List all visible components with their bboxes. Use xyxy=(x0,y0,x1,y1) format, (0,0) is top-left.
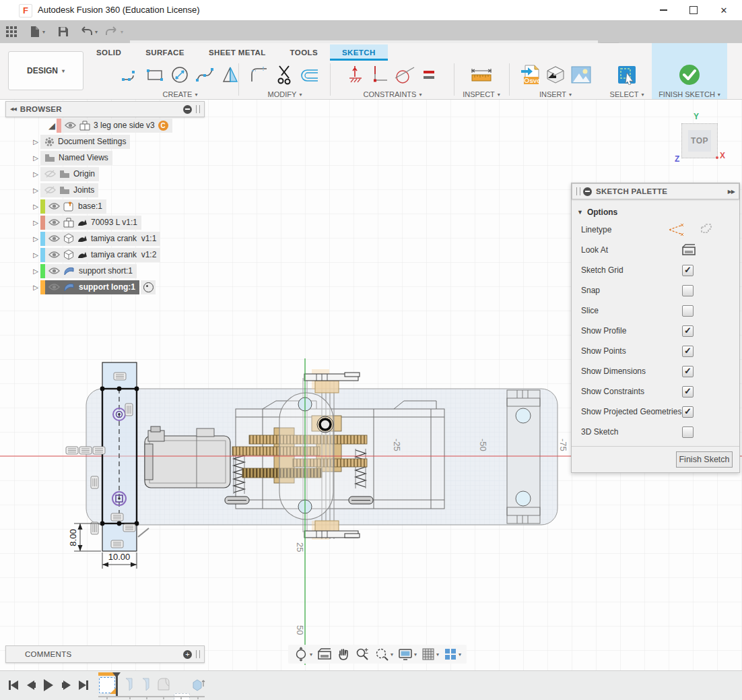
motor-body[interactable] xyxy=(145,426,230,488)
minimize-panel-icon[interactable] xyxy=(183,105,192,114)
inspect-dropdown[interactable]: INSPECT▾ xyxy=(463,90,500,98)
view-cube[interactable]: TOP xyxy=(681,123,718,158)
constraint-equal-icon[interactable] xyxy=(421,67,437,83)
fit-zoom-window-button[interactable]: ▾ xyxy=(374,647,393,662)
timeline-feature-fillet[interactable] xyxy=(123,677,137,692)
expander-icon[interactable]: ▷ xyxy=(31,267,40,275)
visibility-eye-icon[interactable] xyxy=(48,251,60,259)
viewports-button[interactable]: ▾ xyxy=(444,647,461,661)
undo-button[interactable]: ▾ xyxy=(79,22,98,41)
browser-row-origin[interactable]: ▷ Origin xyxy=(5,166,205,182)
show-projected-geometries-checkbox[interactable] xyxy=(682,406,694,418)
tab-sketch[interactable]: SKETCH xyxy=(330,44,388,61)
timeline-feature-form[interactable] xyxy=(156,677,171,692)
expand-panel-icon[interactable]: ▶▶ xyxy=(728,189,735,195)
zoom-button[interactable] xyxy=(355,647,370,662)
browser-row-support-short[interactable]: ▷ support short:1 xyxy=(5,263,205,279)
timeline-track[interactable] xyxy=(98,696,205,697)
browser-row-joints[interactable]: ▷ Joints xyxy=(5,182,205,198)
browser-row-named-views[interactable]: ▷ Named Views xyxy=(5,150,205,166)
pan-button[interactable] xyxy=(337,647,350,661)
browser-row-root[interactable]: ◢ 3 leg one side v3 C xyxy=(5,117,205,133)
finish-sketch-button[interactable]: Finish Sketch xyxy=(676,451,733,468)
orbit-button[interactable]: ▾ xyxy=(294,647,312,662)
browser-row-tamiya-crank-2[interactable]: ▷ tamiya crank v1:2 xyxy=(5,247,205,263)
create-mirror-icon[interactable] xyxy=(221,65,240,84)
expander-icon[interactable]: ▷ xyxy=(31,219,40,226)
options-section-header[interactable]: ▼ Options xyxy=(572,202,739,220)
save-button[interactable] xyxy=(58,22,69,41)
visibility-eye-icon[interactable] xyxy=(48,283,60,291)
timeline-go-to-start-button[interactable] xyxy=(5,677,22,693)
constraint-perpendicular-icon[interactable] xyxy=(371,65,389,85)
3d-sketch-checkbox[interactable] xyxy=(682,426,694,438)
show-profile-checkbox[interactable] xyxy=(682,325,694,337)
show-dimensions-checkbox[interactable] xyxy=(682,366,694,377)
visibility-off-eye-icon[interactable] xyxy=(44,186,56,194)
constraints-dropdown[interactable]: CONSTRAINTS▾ xyxy=(364,90,422,98)
expander-icon[interactable]: ▷ xyxy=(31,251,40,259)
select-icon[interactable] xyxy=(617,65,637,85)
modify-fillet-icon[interactable] xyxy=(250,65,270,84)
visibility-eye-icon[interactable] xyxy=(48,218,60,226)
sketch-grid-checkbox[interactable] xyxy=(682,265,694,276)
constraint-tangent-icon[interactable] xyxy=(394,65,415,85)
timeline-feature-sketch-active[interactable] xyxy=(99,677,115,693)
visibility-eye-icon[interactable] xyxy=(48,267,60,275)
create-circle-icon[interactable] xyxy=(170,65,190,85)
expander-icon[interactable]: ▷ xyxy=(31,187,40,194)
insert-svg-icon[interactable]: SVG xyxy=(520,64,540,86)
expander-icon[interactable]: ▷ xyxy=(31,154,40,162)
slice-checkbox[interactable] xyxy=(682,305,694,317)
modify-offset-icon[interactable] xyxy=(300,65,320,84)
expander-icon[interactable]: ▷ xyxy=(31,235,40,243)
add-comment-icon[interactable]: + xyxy=(183,650,192,659)
activate-component-radio[interactable] xyxy=(141,280,156,294)
workspace-selector[interactable]: DESIGN ▾ xyxy=(8,51,83,90)
browser-row-70093[interactable]: ▷ 70093 L v1:1 xyxy=(5,214,205,230)
browser-header[interactable]: ◀◀ BROWSER xyxy=(5,101,205,117)
visibility-eye-icon[interactable] xyxy=(48,234,60,243)
projected-geometry-icon[interactable] xyxy=(699,223,714,236)
create-rectangle-icon[interactable] xyxy=(145,65,164,84)
timeline-step-forward-button[interactable] xyxy=(58,677,74,693)
maximize-button[interactable] xyxy=(679,0,708,20)
inspect-measure-icon[interactable] xyxy=(470,65,493,84)
insert-mesh-icon[interactable] xyxy=(545,65,566,85)
timeline-step-back-button[interactable] xyxy=(23,677,39,693)
visibility-eye-icon[interactable] xyxy=(48,202,60,210)
look-at-button[interactable] xyxy=(317,648,332,660)
timeline-play-button[interactable] xyxy=(40,677,57,693)
timeline-playhead[interactable] xyxy=(116,672,118,697)
visibility-eye-icon[interactable] xyxy=(65,121,76,129)
panel-drag-handle[interactable] xyxy=(196,105,200,113)
modify-dropdown[interactable]: MODIFY▾ xyxy=(268,90,302,98)
tab-tools[interactable]: TOOLS xyxy=(278,44,330,61)
insert-canvas-icon[interactable] xyxy=(571,66,591,84)
expander-icon[interactable]: ▷ xyxy=(31,203,40,210)
select-dropdown[interactable]: SELECT▾ xyxy=(610,90,644,98)
tab-sheet-metal[interactable]: SHEET METAL xyxy=(197,44,278,61)
expander-icon[interactable]: ▷ xyxy=(31,170,40,178)
constraint-vertical-icon[interactable] xyxy=(348,65,366,85)
sketch-profile-support-long[interactable] xyxy=(100,362,139,551)
browser-row-tamiya-crank-1[interactable]: ▷ tamiya crank v1:1 xyxy=(5,230,205,247)
show-constraints-checkbox[interactable] xyxy=(682,386,694,397)
display-settings-button[interactable]: ▾ xyxy=(398,648,417,661)
panel-drag-handle[interactable] xyxy=(196,650,200,658)
expander-open-icon[interactable]: ◢ xyxy=(47,121,57,131)
comments-header[interactable]: COMMENTS + xyxy=(5,645,205,663)
browser-row-support-long[interactable]: ▷ support long:1 xyxy=(5,279,205,295)
grid-settings-button[interactable]: ▾ xyxy=(421,647,439,661)
create-line-icon[interactable] xyxy=(121,65,140,84)
tab-solid[interactable]: SOLID xyxy=(84,44,133,61)
minimize-panel-icon[interactable] xyxy=(583,187,592,196)
right-bracket-body[interactable] xyxy=(507,390,540,523)
panel-drag-handle[interactable] xyxy=(576,187,580,195)
redo-button[interactable]: ▾ xyxy=(105,22,123,41)
collapse-panel-icon[interactable]: ◀◀ xyxy=(10,106,16,112)
modify-trim-icon[interactable] xyxy=(275,65,294,85)
file-menu-button[interactable]: ▾ xyxy=(30,22,45,41)
minimize-button[interactable] xyxy=(648,0,678,20)
app-grid-button[interactable] xyxy=(5,22,18,41)
